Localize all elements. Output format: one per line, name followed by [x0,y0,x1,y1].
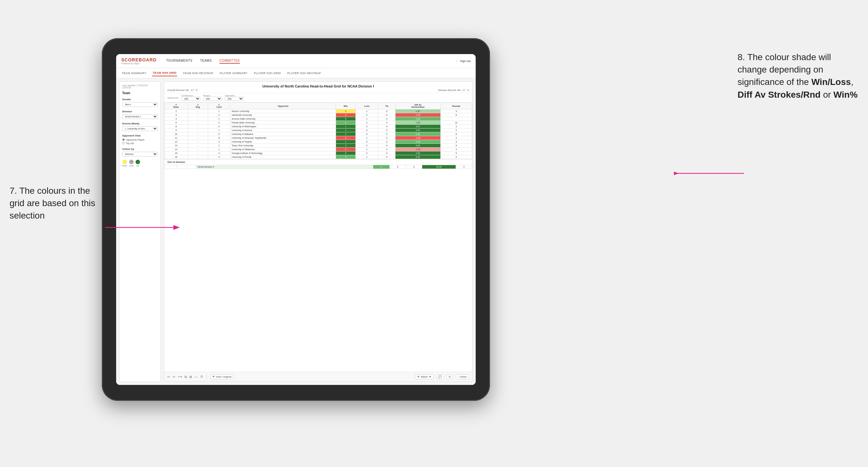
share-button[interactable]: ↑ Share [456,374,469,379]
cell-loss: 0 [355,132,378,136]
grid-header: University of North Carolina Head-to-Hea… [164,82,472,93]
cell-win: 3 [336,155,356,159]
forward-icon[interactable]: ⟶ [178,375,182,379]
cell-loss: 0 [355,125,378,128]
cell-rounds: 9 [440,110,472,113]
region-filter-group: Region (All) [203,94,222,101]
school-select[interactable]: 1. University of Nort... [122,126,158,131]
cell-loss: 1 [355,155,378,159]
table-row: 11 - 6 University of Arkansas, Fayettevi… [164,136,472,140]
subnav-player-h2h-heatmap[interactable]: PLAYER H2H HEATMAP [287,70,322,76]
subnav-team-h2h-grid[interactable]: TEAM H2H GRID [152,70,177,76]
present-button[interactable]: ⊡ [446,374,453,379]
table-row: 10 - 5 University of Alabama 3 0 0 2.61 … [164,132,472,136]
cell-name: Georgia Institute of Technology [230,151,336,155]
cell-loss: 2 [355,121,378,125]
sub-nav: TEAM SUMMARY TEAM H2H GRID TEAM H2H HEAT… [116,68,476,78]
cell-rounds: 2 [440,128,472,132]
cell-conf: 2 [208,113,230,117]
undo-icon[interactable]: ↩ [167,375,170,379]
cell-rounds [440,117,472,121]
nav-tournaments[interactable]: TOURNAMENTS [166,58,192,64]
cell-rounds: 9 [440,151,472,155]
col-diff: Diff AvStrokes/Rnd [395,103,440,110]
conference-filter-select[interactable]: (All) [181,97,200,101]
cell-diff: 6.62 [395,155,440,159]
cell-rank: 13 [164,144,188,148]
colour-by-select[interactable]: Win/loss [122,152,158,157]
division-select[interactable]: NCAA Division I [122,114,158,119]
table-row: 12 - 3 University of Virginia 1 0 0 2.33… [164,140,472,144]
subnav-player-h2h-grid[interactable]: PLAYER H2H GRID [253,70,282,76]
right-arrow [674,165,744,181]
cell-tie: 0 [378,117,396,121]
colour-legend: Down Level Up [122,160,158,167]
ood-win: 1 [373,165,390,169]
view-icon: 👁 [212,375,215,378]
cell-rank: 12 [164,140,188,144]
comment-button[interactable]: 💬 [436,374,444,379]
cell-win: 0 [336,148,356,151]
cell-loss: 1 [355,148,378,151]
cell-tie: 0 [378,151,396,155]
nav-committee[interactable]: COMMITTEE [220,58,240,64]
region-filter-select[interactable]: (All) [203,97,222,101]
share-icon: ↑ [458,375,459,378]
team-label: Team [122,91,158,95]
annotation-left-text: 7. The colours in the grid are based on … [9,186,95,220]
cell-reg: - [188,155,208,159]
opponent-filter-group: Opponent (All) [225,94,244,101]
view-original-button[interactable]: 👁 View: Original [210,374,234,379]
table-header-row: #Rank #Reg #Conf Opponent Win Loss Tie D… [164,103,472,110]
grid-icon[interactable]: ⊞ [189,375,192,379]
gender-select[interactable]: Men's [122,102,158,107]
cell-rounds: 8 [440,132,472,136]
division-record-value: 88 - 17 - 0 [458,89,469,92]
table-row: 16 - 2 University of Florida 3 1 0 6.62 … [164,155,472,159]
logo-title: SCOREBOARD [121,57,157,62]
cell-rank: 4 [164,117,188,121]
opponent-view-label: Opponent View [122,134,158,137]
out-of-division-table: NCAA Division II 1 0 0 26.00 3 [164,165,472,169]
cell-reg: - [188,121,208,125]
clock-icon[interactable]: ⏱ [200,375,203,379]
cell-conf: 6 [208,136,230,140]
cell-loss: 0 [355,128,378,132]
subnav-team-summary[interactable]: TEAM SUMMARY [121,70,147,76]
opponent-view-radios: Opponents Played Top 100 [122,138,158,145]
ood-diff: 26.00 [422,165,456,169]
annotation-left: 7. The colours in the grid are based on … [9,185,99,222]
cell-conf: 3 [208,140,230,144]
nav-teams[interactable]: TEAMS [200,58,212,64]
legend-dot-up [135,160,140,164]
cell-diff: -2.29 [395,113,440,117]
watch-button[interactable]: 👁 Watch ▼ [415,374,433,379]
table-body: 2 - 1 Auburn University 2 1 0 1.67 9 3 -… [164,110,472,159]
cell-rounds: 9 [440,155,472,159]
cell-diff: -1.00 [395,148,440,151]
cell-loss: 1 [355,117,378,121]
cell-rank: 6 [164,121,188,125]
table-row: 8 - 2 University of Washington 1 0 0 3.6… [164,125,472,128]
opponent-filter-select[interactable]: (All) [225,97,244,101]
radio-top100[interactable]: Top 100 [122,142,158,145]
cell-diff: -4.33 [395,136,440,140]
cell-name: Florida State University [230,121,336,125]
region-filter-label: Region [203,94,222,97]
cell-conf: 2 [208,125,230,128]
subnav-team-h2h-heatmap[interactable]: TEAM H2H HEATMAP [182,70,214,76]
cell-reg: - [188,140,208,144]
table-row: 3 - 2 Vanderbilt University 0 4 0 -2.29 … [164,113,472,117]
copy-icon[interactable]: ⧉ [185,375,187,379]
cell-name: University of Oklahoma [230,148,336,151]
redo-icon[interactable]: ↪ [173,375,175,379]
cell-reg: - [188,144,208,148]
cell-name: University of Washington [230,125,336,128]
cell-win: 1 [336,140,356,144]
legend-down-label: Down [122,165,127,167]
ood-loss: 0 [390,165,406,169]
radio-opponents-played[interactable]: Opponents Played [122,138,158,141]
sign-out-button[interactable]: Sign out [457,60,471,63]
subnav-player-summary[interactable]: PLAYER SUMMARY [219,70,248,76]
dash-icon[interactable]: — [194,375,197,379]
